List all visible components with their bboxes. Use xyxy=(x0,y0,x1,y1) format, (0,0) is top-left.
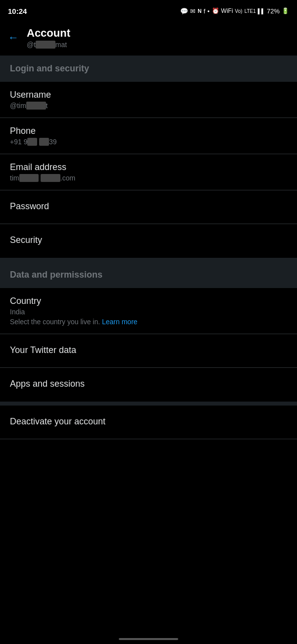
alarm-icon: ⏰ xyxy=(212,7,219,14)
data-permissions-title: Data and permissions xyxy=(10,270,102,280)
signal-bars: ▌▌ xyxy=(258,8,265,14)
country-value: India xyxy=(10,308,287,316)
facebook-icon: f xyxy=(203,7,205,15)
country-description: Select the country you live in. Learn mo… xyxy=(10,318,287,326)
bottom-spacer xyxy=(0,439,297,479)
gmail-icon: ✉ xyxy=(190,7,196,15)
username-item[interactable]: Username @tim████t xyxy=(0,82,297,118)
section-divider xyxy=(0,258,297,262)
wifi-icon: WiFi xyxy=(221,7,233,14)
learn-more-link[interactable]: Learn more xyxy=(102,318,138,326)
apps-sessions-item[interactable]: Apps and sessions xyxy=(0,368,297,402)
twitter-data-label: Your Twitter data xyxy=(10,345,287,355)
page-title: Account xyxy=(27,27,70,40)
security-item[interactable]: Security xyxy=(0,224,297,258)
apps-sessions-label: Apps and sessions xyxy=(10,379,287,389)
phone-item[interactable]: Phone +91 9██ ██39 xyxy=(0,118,297,154)
home-indicator xyxy=(119,638,178,640)
lte-icon: Vo) xyxy=(235,8,243,14)
deactivate-account-item[interactable]: Deactivate your account xyxy=(0,406,297,439)
email-label: Email address xyxy=(10,162,287,173)
password-label: Password xyxy=(10,201,287,212)
status-bar: 10:24 💬 ✉ N f ● ⏰ WiFi Vo) LTE1 ▌▌ 72% 🔋 xyxy=(0,0,297,22)
data-permissions-section-header: Data and permissions xyxy=(0,262,297,288)
password-item[interactable]: Password xyxy=(0,190,297,224)
phone-value: +91 9██ ██39 xyxy=(10,138,287,146)
battery-icon: 🔋 xyxy=(282,7,289,14)
deactivate-section-divider xyxy=(0,402,297,406)
header-title-container: Account @t████mat xyxy=(27,27,70,49)
security-label: Security xyxy=(10,235,287,245)
battery-level: 72% xyxy=(267,7,280,15)
login-security-section-header: Login and security xyxy=(0,56,297,82)
deactivate-account-label: Deactivate your account xyxy=(10,416,287,427)
username-label: Username xyxy=(10,90,287,100)
login-security-title: Login and security xyxy=(10,63,89,73)
phone-label: Phone xyxy=(10,126,287,136)
twitter-data-item[interactable]: Your Twitter data xyxy=(0,334,297,368)
email-value: tim████ ████.com xyxy=(10,174,287,182)
username-value: @tim████t xyxy=(10,102,287,110)
ndtv-icon: N xyxy=(198,8,201,14)
notification-dot: ● xyxy=(207,9,210,13)
page-header: ← Account @t████mat xyxy=(0,22,297,56)
email-item[interactable]: Email address tim████ ████.com xyxy=(0,154,297,190)
signal-icon: LTE1 xyxy=(245,8,256,14)
country-label: Country xyxy=(10,296,287,306)
back-button[interactable]: ← xyxy=(8,31,19,44)
country-item[interactable]: Country India Select the country you liv… xyxy=(0,288,297,334)
country-description-text: Select the country you live in. xyxy=(10,318,100,326)
status-time: 10:24 xyxy=(8,7,27,15)
status-icons: 💬 ✉ N f ● ⏰ WiFi Vo) LTE1 ▌▌ 72% 🔋 xyxy=(180,7,289,15)
account-handle: @t████mat xyxy=(27,41,70,49)
message-icon: 💬 xyxy=(180,7,188,15)
